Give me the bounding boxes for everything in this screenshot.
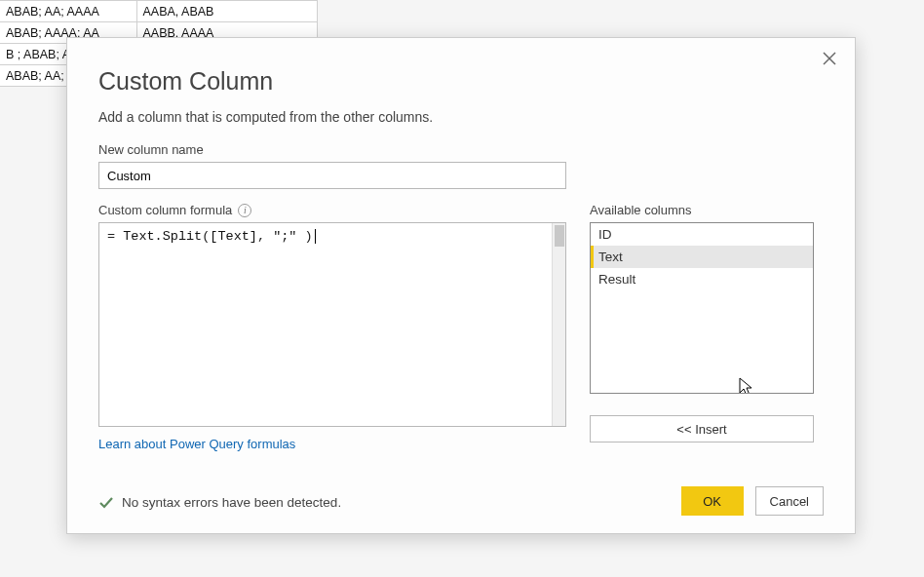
table-row: ABAB; AA; AAAA AABA, ABAB [0, 1, 317, 22]
new-column-name-input[interactable] [98, 162, 566, 189]
available-column-item-text[interactable]: Text [591, 246, 813, 268]
close-icon [823, 52, 836, 68]
info-icon[interactable]: i [238, 204, 251, 217]
ok-button[interactable]: OK [681, 486, 744, 516]
status-text: No syntax errors have been detected. [122, 495, 341, 510]
formula-scrollbar[interactable] [552, 223, 565, 426]
mouse-cursor-icon [739, 377, 754, 394]
dialog-title: Custom Column [98, 67, 824, 96]
check-icon [98, 494, 114, 510]
ok-button-label: OK [703, 494, 721, 509]
available-column-item-id[interactable]: ID [591, 223, 813, 246]
formula-editor[interactable]: = Text.Split([Text], ";" ) [98, 222, 566, 427]
new-column-name-label: New column name [98, 142, 824, 157]
available-column-item-result[interactable]: Result [591, 268, 813, 290]
status-row: No syntax errors have been detected. [98, 494, 341, 510]
text-cursor [315, 229, 316, 244]
insert-button[interactable]: << Insert [590, 415, 814, 442]
formula-label: Custom column formula [98, 203, 232, 217]
dialog-subtitle: Add a column that is computed from the o… [98, 109, 824, 125]
available-columns-list[interactable]: ID Text Result [590, 222, 814, 394]
close-button[interactable] [818, 48, 841, 71]
available-columns-label: Available columns [590, 203, 814, 217]
cell[interactable]: AABA, ABAB [136, 1, 317, 22]
cancel-button[interactable]: Cancel [755, 486, 824, 516]
scrollbar-thumb[interactable] [555, 225, 564, 247]
learn-link[interactable]: Learn about Power Query formulas [98, 437, 295, 451]
formula-text: = Text.Split([Text], ";" ) [107, 229, 548, 244]
custom-column-dialog: Custom Column Add a column that is compu… [66, 37, 856, 534]
insert-button-label: << Insert [676, 422, 726, 437]
cancel-button-label: Cancel [770, 494, 809, 509]
cell[interactable]: ABAB; AA; AAAA [0, 1, 136, 22]
